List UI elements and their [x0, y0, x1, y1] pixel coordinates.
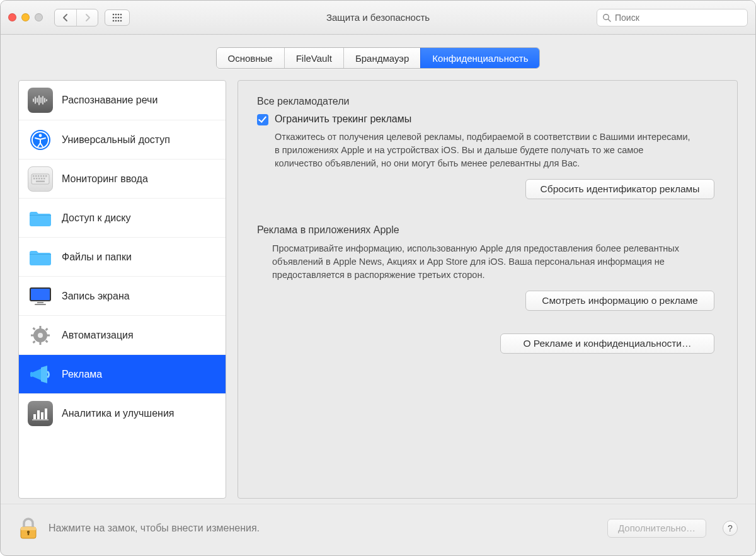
apple-ads-description: Просматривайте информацию, использованну… [272, 242, 701, 282]
keyboard-icon [28, 166, 53, 192]
svg-rect-39 [30, 254, 51, 255]
svg-rect-32 [33, 178, 35, 180]
svg-rect-46 [40, 342, 42, 345]
svg-rect-26 [33, 175, 35, 177]
sidebar-item-label: Доступ к диску [62, 212, 130, 224]
svg-rect-41 [37, 302, 43, 303]
section-all-advertisers: Все рекламодатели Ограничить трекинг рек… [257, 96, 718, 199]
lock-button[interactable] [18, 516, 38, 541]
content: Распознавание речи Универсальный доступ … [1, 69, 755, 499]
sidebar-item-label: Автоматизация [62, 330, 134, 341]
sidebar-item-analytics[interactable]: Аналитика и улучшения [19, 393, 226, 432]
section-heading: Реклама в приложениях Apple [257, 224, 718, 236]
svg-point-3 [120, 13, 122, 15]
sidebar-item-label: Файлы и папки [62, 252, 132, 263]
limit-ad-tracking-description: Откажитесь от получения целевой рекламы,… [275, 130, 690, 170]
svg-rect-53 [30, 372, 33, 377]
sidebar-item-input-monitoring[interactable]: Мониторинг ввода [19, 159, 226, 198]
forward-button[interactable] [76, 9, 98, 26]
section-heading: Все рекламодатели [257, 96, 718, 107]
help-button[interactable]: ? [723, 521, 738, 536]
sidebar-item-label: Аналитика и улучшения [62, 408, 175, 419]
microphone-wave-icon [28, 88, 53, 113]
svg-point-11 [120, 20, 122, 21]
svg-rect-47 [31, 334, 34, 336]
megaphone-icon [28, 362, 53, 387]
svg-rect-62 [28, 533, 29, 535]
svg-rect-56 [41, 412, 43, 419]
svg-line-13 [608, 19, 610, 21]
svg-rect-34 [38, 178, 40, 180]
svg-rect-54 [33, 414, 36, 419]
tab-bar: Основные FileVault Брандмауэр Конфиденци… [216, 47, 541, 69]
tabs-wrap: Основные FileVault Брандмауэр Конфиденци… [1, 35, 755, 69]
svg-rect-36 [43, 178, 45, 180]
tab-general[interactable]: Основные [217, 48, 284, 68]
sidebar-item-automation[interactable]: Автоматизация [19, 315, 226, 354]
svg-rect-55 [37, 410, 40, 419]
svg-rect-45 [40, 326, 42, 329]
svg-rect-35 [41, 178, 43, 180]
svg-point-0 [113, 13, 115, 15]
close-window-button[interactable] [8, 13, 16, 21]
window-controls [8, 13, 43, 21]
svg-rect-27 [35, 175, 37, 177]
lock-icon [18, 516, 38, 541]
sidebar-item-label: Реклама [62, 369, 102, 380]
gear-icon [28, 323, 53, 348]
svg-point-10 [118, 20, 120, 21]
sidebar-item-label: Распознавание речи [62, 95, 158, 106]
sidebar-item-files-and-folders[interactable]: Файлы и папки [19, 237, 226, 276]
tab-filevault[interactable]: FileVault [284, 48, 343, 68]
svg-rect-60 [21, 527, 36, 530]
search-icon [602, 13, 611, 22]
sidebar-item-full-disk-access[interactable]: Доступ к диску [19, 198, 226, 237]
advanced-button[interactable]: Дополнительно… [607, 519, 706, 538]
svg-rect-52 [33, 340, 36, 344]
svg-point-6 [118, 16, 120, 18]
detail-pane: Все рекламодатели Ограничить трекинг рек… [238, 80, 738, 499]
search-input[interactable] [615, 13, 742, 23]
toolbar: Защита и безопасность [1, 1, 755, 35]
sidebar-item-advertising[interactable]: Реклама [19, 354, 226, 393]
svg-point-5 [115, 16, 117, 18]
sidebar-item-label: Запись экрана [62, 291, 130, 302]
tab-firewall[interactable]: Брандмауэр [343, 48, 420, 68]
view-ad-info-button[interactable]: Смотреть информацию о рекламе [525, 291, 714, 311]
show-all-button[interactable] [105, 9, 130, 26]
svg-point-9 [115, 20, 117, 21]
search-field[interactable] [597, 9, 748, 26]
lock-hint-text: Нажмите на замок, чтобы внести изменения… [49, 523, 260, 534]
privacy-service-list[interactable]: Распознавание речи Универсальный доступ … [18, 80, 226, 499]
svg-rect-50 [45, 340, 49, 343]
svg-point-44 [38, 333, 43, 338]
zoom-window-button[interactable] [35, 13, 43, 21]
sidebar-item-accessibility[interactable]: Универсальный доступ [19, 120, 226, 159]
footer: Нажмите на замок, чтобы внести изменения… [1, 504, 755, 555]
back-button[interactable] [55, 9, 76, 26]
tab-privacy[interactable]: Конфиденциальность [420, 48, 539, 68]
folder-icon [28, 245, 53, 270]
svg-point-2 [118, 13, 120, 15]
folder-icon [28, 206, 53, 231]
reset-ad-identifier-button[interactable]: Сбросить идентификатор рекламы [525, 179, 714, 199]
svg-rect-48 [47, 334, 50, 336]
svg-rect-51 [45, 328, 49, 331]
svg-point-1 [115, 13, 117, 15]
svg-rect-30 [43, 175, 45, 177]
chevron-left-icon [62, 14, 69, 21]
about-ads-privacy-button[interactable]: О Рекламе и конфиденциальности… [500, 333, 714, 354]
minimize-window-button[interactable] [21, 13, 30, 21]
nav-buttons [54, 9, 98, 26]
chevron-right-icon [84, 14, 91, 21]
svg-rect-38 [30, 215, 51, 216]
accessibility-icon [28, 127, 53, 153]
sidebar-item-screen-recording[interactable]: Запись экрана [19, 276, 226, 315]
sidebar-item-speech-recognition[interactable]: Распознавание речи [19, 81, 226, 120]
svg-point-8 [113, 20, 115, 21]
grid-icon [112, 13, 122, 22]
svg-rect-49 [33, 327, 36, 330]
limit-ad-tracking-checkbox[interactable] [257, 114, 268, 125]
sidebar-item-label: Универсальный доступ [62, 134, 170, 146]
section-apple-app-ads: Реклама в приложениях Apple Просматривай… [257, 224, 718, 311]
